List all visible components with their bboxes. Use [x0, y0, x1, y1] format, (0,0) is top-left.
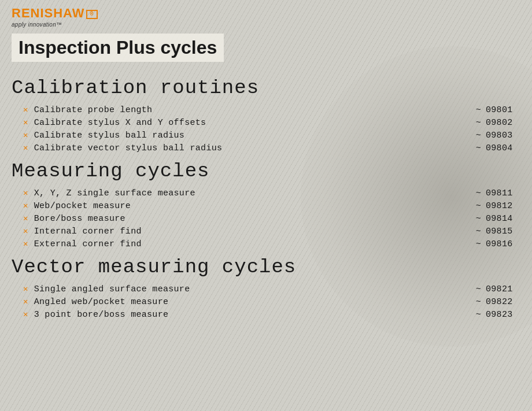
section-heading-calibration: Calibration routines: [12, 77, 520, 99]
tilde-separator: ~: [476, 214, 481, 224]
tilde-separator: ~: [476, 201, 481, 211]
item-code: 09803: [486, 131, 520, 140]
list-item: ✕Calibrate probe length~09801: [23, 105, 520, 115]
section-measuring: Measuring cycles✕X, Y, Z single surface …: [12, 160, 520, 249]
section-calibration: Calibration routines✕Calibrate probe len…: [12, 77, 520, 153]
item-name: Internal corner find: [34, 227, 471, 236]
item-code: 09816: [486, 239, 520, 249]
item-code: 09814: [486, 214, 520, 224]
tilde-separator: ~: [476, 188, 481, 198]
section-heading-measuring: Measuring cycles: [12, 160, 520, 182]
list-item: ✕External corner find~09816: [23, 239, 520, 249]
bullet-icon: ✕: [23, 239, 28, 249]
bullet-icon: ✕: [23, 188, 28, 198]
item-code: 09804: [486, 143, 520, 153]
tilde-separator: ~: [476, 297, 481, 307]
bullet-icon: ✕: [23, 105, 28, 114]
logo-text: RENISHAW: [12, 6, 85, 20]
bullet-icon: ✕: [23, 213, 28, 223]
section-vector: Vector measuring cycles✕Single angled su…: [12, 256, 520, 320]
item-name: Bore/boss measure: [34, 214, 471, 224]
item-code: 09821: [486, 284, 520, 294]
bullet-icon: ✕: [23, 226, 28, 236]
header: RENISHAW® apply innovation™: [12, 7, 520, 28]
bullet-icon: ✕: [23, 117, 28, 127]
item-code: 09811: [486, 188, 520, 198]
item-name: Single angled surface measure: [34, 284, 471, 294]
tilde-separator: ~: [476, 143, 481, 153]
list-item: ✕Calibrate stylus X and Y offsets~09802: [23, 117, 520, 128]
list-item: ✕3 point bore/boss measure~09823: [23, 309, 520, 320]
cycle-list-measuring: ✕X, Y, Z single surface measure~09811✕We…: [23, 188, 520, 249]
list-item: ✕Web/pocket measure~09812: [23, 201, 520, 211]
list-item: ✕Calibrate vector stylus ball radius~098…: [23, 143, 520, 153]
tilde-separator: ~: [476, 131, 481, 140]
bullet-icon: ✕: [23, 143, 28, 153]
tilde-separator: ~: [476, 227, 481, 236]
item-code: 09823: [486, 310, 520, 320]
bullet-icon: ✕: [23, 297, 28, 306]
item-code: 09802: [486, 118, 520, 128]
item-name: Calibrate stylus ball radius: [34, 131, 471, 140]
item-code: 09815: [486, 227, 520, 236]
tilde-separator: ~: [476, 284, 481, 294]
tilde-separator: ~: [476, 239, 481, 249]
sections-container: Calibration routines✕Calibrate probe len…: [12, 77, 520, 320]
page-title: Inspection Plus cycles: [12, 34, 224, 62]
cycle-list-vector: ✕Single angled surface measure~09821✕Ang…: [23, 284, 520, 320]
item-name: Angled web/pocket measure: [34, 297, 471, 307]
item-name: Web/pocket measure: [34, 201, 471, 211]
item-code: 09822: [486, 297, 520, 307]
bullet-icon: ✕: [23, 309, 28, 319]
list-item: ✕Bore/boss measure~09814: [23, 213, 520, 224]
item-name: 3 point bore/boss measure: [34, 310, 471, 320]
bullet-icon: ✕: [23, 284, 28, 294]
item-name: Calibrate probe length: [34, 105, 471, 115]
logo-block: RENISHAW® apply innovation™: [12, 7, 98, 28]
bullet-icon: ✕: [23, 201, 28, 210]
list-item: ✕Angled web/pocket measure~09822: [23, 297, 520, 307]
bullet-icon: ✕: [23, 130, 28, 140]
item-name: External corner find: [34, 239, 471, 249]
logo-tagline: apply innovation™: [12, 21, 62, 28]
item-name: X, Y, Z single surface measure: [34, 188, 471, 198]
tilde-separator: ~: [476, 105, 481, 115]
item-name: Calibrate stylus X and Y offsets: [34, 118, 471, 128]
item-code: 09801: [486, 105, 520, 115]
logo-registered-icon: ®: [86, 10, 98, 19]
logo: RENISHAW®: [12, 7, 98, 20]
item-name: Calibrate vector stylus ball radius: [34, 143, 471, 153]
list-item: ✕Single angled surface measure~09821: [23, 284, 520, 294]
list-item: ✕Calibrate stylus ball radius~09803: [23, 130, 520, 140]
main-content: RENISHAW® apply innovation™ Inspection P…: [0, 0, 532, 338]
section-heading-vector: Vector measuring cycles: [12, 256, 520, 278]
cycle-list-calibration: ✕Calibrate probe length~09801✕Calibrate …: [23, 105, 520, 153]
tilde-separator: ~: [476, 118, 481, 128]
list-item: ✕X, Y, Z single surface measure~09811: [23, 188, 520, 198]
item-code: 09812: [486, 201, 520, 211]
list-item: ✕Internal corner find~09815: [23, 226, 520, 236]
tilde-separator: ~: [476, 310, 481, 320]
